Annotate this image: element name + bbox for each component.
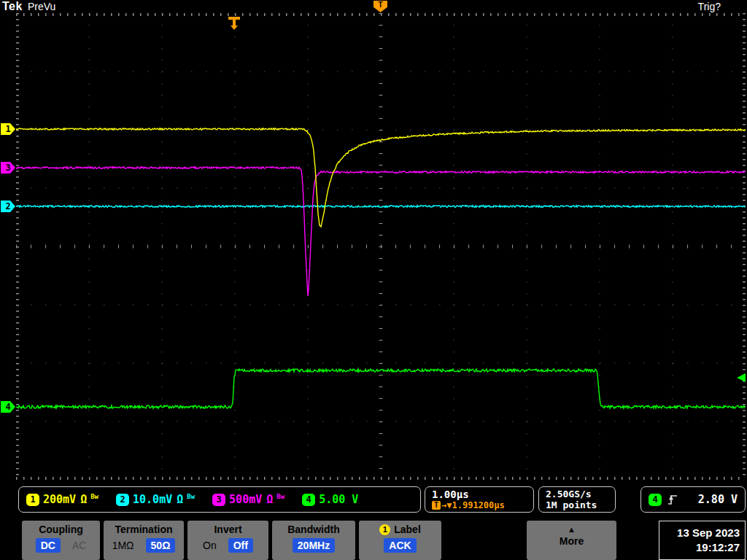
coupling-ac-option[interactable]: AC	[72, 540, 86, 551]
trigger-status: Trig?	[698, 1, 721, 12]
trigger-t-stem	[233, 20, 236, 26]
invert-off-option[interactable]: Off	[228, 538, 253, 553]
sample-rate: 2.50GS/s	[546, 489, 592, 499]
horizontal-readout: 1.00μs T →▼1.991200μs	[425, 486, 534, 513]
trigger-level-value: 2.80 V	[698, 493, 738, 506]
coupling-title: Coupling	[22, 524, 100, 535]
record-length: 1M points	[546, 499, 597, 510]
ch4-readout[interactable]: 4 5.00 V	[302, 493, 358, 506]
menu-button-coupling[interactable]: Coupling DC AC	[22, 521, 100, 560]
menu-button-more[interactable]: ▲ More	[527, 521, 616, 560]
ch3-scale: 500mV	[229, 493, 262, 506]
rising-edge-icon	[667, 494, 678, 505]
ch1-bandwidth-limit-icon: Bw	[90, 493, 98, 500]
channel-scale-readouts: 1 200mV Ω Bw 2 10.0mV Ω Bw 3 500mV Ω Bw …	[18, 486, 421, 513]
trigger-level-marker[interactable]	[737, 373, 746, 382]
ch4-scale: 5.00 V	[319, 493, 358, 506]
trace-ch2	[16, 206, 746, 208]
ch2-bandwidth-limit-icon: Bw	[187, 493, 195, 500]
label-ch1-badge: 1	[379, 524, 390, 535]
datetime-display: 13 Sep 2023 19:12:27	[659, 521, 746, 560]
label-ack-option[interactable]: ACK	[384, 538, 416, 553]
channel-3-ground-marker[interactable]: 3	[1, 162, 15, 174]
graticule-canvas	[16, 13, 746, 480]
ch3-impedance: Ω	[266, 493, 273, 506]
trigger-t-down-arrow-icon	[231, 26, 238, 30]
acquisition-status: PreVu	[28, 1, 55, 12]
more-title: More	[527, 535, 616, 547]
menu-button-label[interactable]: 1 Label ACK	[359, 521, 441, 560]
trigger-source-badge: 4	[649, 494, 662, 506]
ch4-badge: 4	[302, 494, 315, 506]
trigger-t-chip: T	[432, 501, 441, 510]
date-value: 13 Sep 2023	[665, 526, 740, 540]
menu-button-termination[interactable]: Termination 1MΩ 50Ω	[104, 521, 184, 560]
trigger-delay-readout: T →▼1.991200μs	[432, 500, 505, 510]
ch3-bandwidth-limit-icon: Bw	[276, 493, 285, 500]
channel-2-ground-marker[interactable]: 2	[1, 201, 15, 212]
more-up-arrow-icon: ▲	[527, 526, 616, 534]
ch1-scale: 200mV	[43, 493, 76, 506]
menu-button-bandwidth[interactable]: Bandwidth 20MHz	[272, 521, 355, 560]
tek-logo: Tek	[2, 0, 23, 13]
ch2-scale: 10.0mV	[133, 493, 172, 506]
timebase-scale: 1.00μs	[432, 489, 469, 500]
bandwidth-20mhz-option[interactable]: 20MHz	[293, 538, 335, 553]
termination-50ohm-option[interactable]: 50Ω	[146, 538, 176, 553]
invert-title: Invert	[187, 524, 268, 535]
coupling-dc-option[interactable]: DC	[36, 538, 61, 553]
ch2-badge: 2	[116, 494, 129, 506]
ch3-badge: 3	[212, 494, 225, 506]
bandwidth-title: Bandwidth	[272, 524, 355, 535]
termination-title: Termination	[104, 524, 184, 535]
channel-4-ground-marker[interactable]: 4	[1, 401, 15, 413]
acquisition-readout: 2.50GS/s 1M points	[538, 486, 616, 513]
ch1-badge: 1	[26, 494, 39, 506]
ch3-readout[interactable]: 3 500mV Ω Bw	[212, 493, 285, 506]
waveform-display	[16, 13, 746, 480]
time-value: 19:12:27	[665, 540, 740, 555]
menu-button-invert[interactable]: Invert On Off	[187, 521, 268, 560]
channel-1-ground-marker[interactable]: 1	[1, 123, 15, 135]
ch2-impedance: Ω	[177, 493, 183, 506]
ch1-impedance: Ω	[80, 493, 87, 506]
trace-ch3	[16, 167, 746, 296]
ch1-readout[interactable]: 1 200mV Ω Bw	[26, 493, 98, 506]
trigger-position-marker[interactable]	[228, 17, 240, 30]
label-title: Label	[394, 524, 421, 535]
termination-1mohm-option[interactable]: 1MΩ	[112, 540, 134, 551]
ch2-readout[interactable]: 2 10.0mV Ω Bw	[116, 493, 195, 506]
invert-on-option[interactable]: On	[203, 540, 217, 551]
trigger-delay-value: →▼1.991200μs	[441, 500, 505, 510]
trigger-readout: 4 2.80 V	[640, 486, 746, 513]
